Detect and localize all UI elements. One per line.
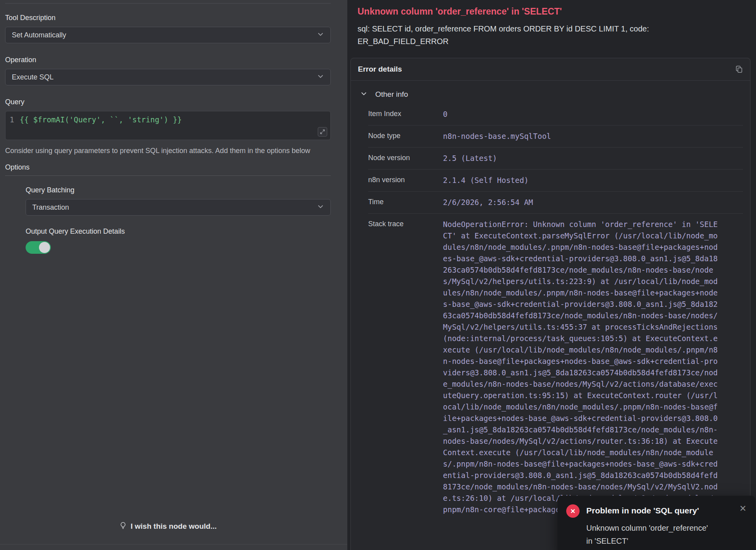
tool-description-value: Set Automatically — [12, 31, 66, 39]
output-details-label: Output Query Execution Details — [26, 227, 331, 236]
chevron-down-icon — [317, 31, 324, 39]
toast-message: Unknown column 'order_reference' in 'SEL… — [586, 522, 715, 548]
stack-trace-text: NodeOperationError: Unknown column 'orde… — [443, 219, 719, 515]
query-batching-label: Query Batching — [26, 186, 331, 194]
feedback-link[interactable]: I wish this node would... — [5, 522, 331, 531]
query-code-editor[interactable]: 1 {{ $fromAI('Query', ``, 'string') }} — [5, 111, 331, 140]
query-label: Query — [5, 98, 331, 106]
chevron-down-icon — [317, 203, 324, 212]
node-parameters-panel: Tool Description Set Automatically Opera… — [0, 0, 347, 550]
error-title: Unknown column 'order_reference' in 'SEL… — [358, 6, 750, 17]
node-output-panel: Unknown column 'order_reference' in 'SEL… — [347, 0, 756, 550]
options-label: Options — [5, 163, 331, 172]
row-value: 2.5 (Latest) — [443, 153, 719, 164]
row-value: 2/6/2026, 2:56:54 AM — [443, 197, 719, 208]
line-number: 1 — [6, 115, 20, 124]
query-batching-value: Transaction — [32, 203, 69, 212]
table-row-stack-trace: Stack trace NodeOperationError: Unknown … — [368, 214, 743, 520]
table-row: Node type n8n-nodes-base.mySqlTool — [368, 126, 743, 148]
query-batching-select[interactable]: Transaction — [26, 199, 331, 216]
toast-title: Problem in node 'SQL query' — [586, 504, 730, 515]
panel-bottom-divider — [0, 544, 347, 544]
lightbulb-icon — [119, 522, 127, 531]
operation-select[interactable]: Execute SQL — [5, 69, 331, 85]
error-message: sql: SELECT id, order_reference FROM ord… — [358, 22, 712, 48]
chevron-down-icon — [360, 90, 367, 99]
operation-value: Execute SQL — [12, 73, 54, 81]
section-divider — [5, 3, 331, 4]
error-circle-icon: ✕ — [566, 504, 580, 518]
feedback-label: I wish this node would... — [131, 522, 217, 531]
expand-expression-icon[interactable] — [318, 127, 327, 137]
table-row: Node version 2.5 (Latest) — [368, 148, 743, 170]
n8n-node-detail-view: Tool Description Set Automatically Opera… — [0, 0, 756, 550]
other-info-section-toggle[interactable]: Other info — [358, 83, 743, 103]
error-toast: ✕ Problem in node 'SQL query' ✕ Unknown … — [558, 496, 755, 550]
query-expression: {{ $fromAI('Query', ``, 'string') }} — [20, 115, 182, 124]
error-details-title: Error details — [358, 65, 402, 74]
close-icon[interactable]: ✕ — [739, 504, 747, 513]
chevron-down-icon — [317, 73, 324, 81]
row-value: 2.1.4 (Self Hosted) — [443, 175, 719, 186]
output-details-toggle[interactable] — [26, 241, 51, 254]
table-row: n8n version 2.1.4 (Self Hosted) — [368, 170, 743, 192]
row-label: Stack trace — [368, 219, 443, 228]
row-value: n8n-nodes-base.mySqlTool — [443, 131, 719, 142]
copy-icon[interactable] — [735, 65, 743, 73]
table-row: Time 2/6/2026, 2:56:54 AM — [368, 192, 743, 214]
error-details-card: Error details Other info Item Index 0 — [350, 58, 750, 550]
row-label: Item Index — [368, 109, 443, 118]
tool-description-label: Tool Description — [5, 14, 331, 22]
row-label: Node version — [368, 153, 443, 162]
table-row: Item Index 0 — [368, 103, 743, 126]
operation-label: Operation — [5, 56, 331, 64]
sql-injection-hint: Consider using query parameters to preve… — [5, 146, 331, 156]
row-value: 0 — [443, 109, 719, 120]
row-label: Node type — [368, 131, 443, 140]
tool-description-select[interactable]: Set Automatically — [5, 27, 331, 43]
other-info-label: Other info — [375, 90, 408, 99]
error-info-table: Item Index 0 Node type n8n-nodes-base.my… — [368, 103, 743, 520]
row-label: n8n version — [368, 175, 443, 184]
toggle-knob — [39, 242, 50, 253]
row-label: Time — [368, 197, 443, 206]
